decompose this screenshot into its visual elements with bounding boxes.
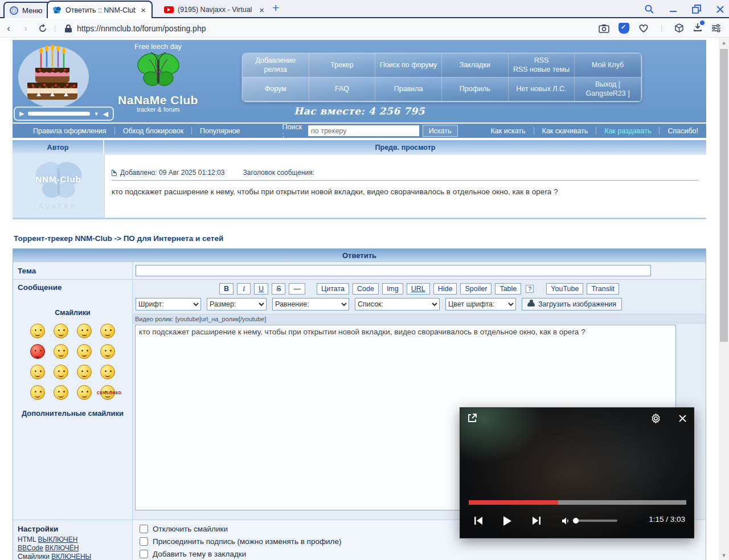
new-tab-button[interactable]: + xyxy=(272,1,279,15)
smiley-icon[interactable] xyxy=(100,344,115,359)
smiley-icon[interactable] xyxy=(30,385,45,400)
forward-icon[interactable]: › xyxy=(17,23,34,34)
nav-rules[interactable]: Правила xyxy=(375,77,442,101)
nav-forum[interactable]: Форум xyxy=(243,77,309,101)
font-select[interactable]: Шрифт: xyxy=(136,298,201,310)
topic-input[interactable] xyxy=(136,265,651,276)
italic-button[interactable]: I xyxy=(237,283,251,295)
help-button[interactable]: ? xyxy=(526,285,534,293)
bookmark-topic-checkbox[interactable] xyxy=(140,550,148,558)
lock-icon[interactable] xyxy=(64,24,72,33)
smiley-icon[interactable] xyxy=(77,365,92,379)
tab-youtube[interactable]: (9195) Navjaxx - Virtual Ma × xyxy=(162,2,268,17)
protect-shield-icon[interactable] xyxy=(619,23,629,34)
smiley-icon[interactable] xyxy=(77,385,92,400)
upload-images-button[interactable]: Загрузить изображения xyxy=(522,298,622,310)
more-smilies-link[interactable]: Дополнительные смайлики xyxy=(18,409,128,418)
bookmark-heart-icon[interactable] xyxy=(638,24,649,33)
link-thanks[interactable]: Спасибо! xyxy=(660,127,706,135)
breadcrumb[interactable]: Торрент-трекер NNM-Club -> ПО для Интерн… xyxy=(14,234,223,243)
hide-button[interactable]: Hide xyxy=(433,283,457,295)
next-track-icon[interactable] xyxy=(531,516,541,525)
bbcode-link[interactable]: BBCode xyxy=(18,544,43,552)
audio-dropdown-icon[interactable]: ▼ xyxy=(94,111,99,117)
smiley-icon[interactable] xyxy=(100,324,115,338)
back-icon[interactable]: ‹ xyxy=(0,23,17,34)
nav-tracker[interactable]: Трекер xyxy=(309,54,376,77)
nav-my-club[interactable]: Мой Клуб xyxy=(575,54,641,77)
smiley-icon[interactable] xyxy=(30,324,45,338)
browser-menu-button[interactable]: Меню xyxy=(3,2,51,18)
align-select[interactable]: Равнение: xyxy=(272,298,349,310)
volume-icon[interactable] xyxy=(562,517,571,525)
nav-add-release[interactable]: Добавление релиза xyxy=(243,54,309,77)
youtube-button[interactable]: YouTube xyxy=(546,283,583,295)
nav-forum-search[interactable]: Поиск по форуму xyxy=(375,54,442,77)
link-how-to-search[interactable]: Как искать xyxy=(483,127,534,135)
pip-video-player[interactable]: 1:15 / 3:03 xyxy=(460,407,694,538)
bold-button[interactable]: B xyxy=(219,283,234,295)
smiley-icon[interactable] xyxy=(100,365,115,379)
smiley-icon[interactable] xyxy=(54,365,68,379)
strike-button[interactable]: S xyxy=(272,283,285,295)
nav-logout[interactable]: Выход [ GangsteR23 ] xyxy=(575,77,641,101)
scrollbar-thumb[interactable] xyxy=(720,49,728,342)
scroll-up-icon[interactable]: ▲ xyxy=(719,38,729,47)
scroll-down-icon[interactable]: ▼ xyxy=(719,551,729,560)
smiley-icon[interactable] xyxy=(54,385,68,400)
smiley-icon[interactable] xyxy=(54,324,68,338)
img-button[interactable]: Img xyxy=(382,283,403,295)
bbcode-state-link[interactable]: ВКЛЮЧЁН xyxy=(45,544,79,552)
smiley-icon[interactable] xyxy=(30,365,45,379)
tab-close-icon[interactable]: × xyxy=(258,5,265,15)
close-window-icon[interactable] xyxy=(716,5,724,14)
translit-button[interactable]: Translit xyxy=(587,283,619,295)
close-player-icon[interactable] xyxy=(678,414,687,423)
angry-smiley-icon[interactable] xyxy=(30,344,45,359)
search-submit-button[interactable]: Искать xyxy=(423,125,458,137)
extensions-box-icon[interactable] xyxy=(674,23,684,33)
reload-icon[interactable] xyxy=(34,24,51,33)
page-scrollbar[interactable]: ▲ ▼ xyxy=(719,38,729,560)
font-color-select[interactable]: Цвет шрифта: xyxy=(445,298,516,310)
code-button[interactable]: Code xyxy=(353,283,379,295)
popout-icon[interactable] xyxy=(467,413,477,423)
disable-smilies-checkbox[interactable] xyxy=(140,525,148,533)
play-icon[interactable] xyxy=(503,516,511,526)
quote-button[interactable]: Цитата xyxy=(317,283,349,295)
tab-close-icon[interactable]: × xyxy=(140,5,147,15)
link-how-to-seed[interactable]: Как раздавать xyxy=(596,127,659,135)
downloads-icon[interactable] xyxy=(693,23,702,34)
search-icon[interactable] xyxy=(644,4,654,14)
table-button[interactable]: Table xyxy=(495,283,521,295)
smiley-icon[interactable] xyxy=(77,344,92,359)
smiley-icon[interactable] xyxy=(77,324,92,338)
size-select[interactable]: Размер: xyxy=(207,298,267,310)
previous-track-icon[interactable] xyxy=(474,516,484,525)
tab-nnm-club[interactable]: Ответить :: NNM-Club × xyxy=(47,1,153,18)
restore-window-icon[interactable] xyxy=(692,5,701,14)
censored-smiley-icon[interactable]: CENSORED xyxy=(100,385,115,400)
smilies-state-link[interactable]: ВКЛЮЧЕНЫ xyxy=(51,553,91,560)
link-popular[interactable]: Популярное xyxy=(192,127,248,135)
spoiler-button[interactable]: Spoiler xyxy=(460,283,492,295)
screenshot-camera-icon[interactable] xyxy=(599,24,609,33)
attach-signature-checkbox[interactable] xyxy=(140,537,148,546)
audio-play-icon[interactable]: ▶ xyxy=(19,110,24,117)
tracker-search-input[interactable] xyxy=(308,125,419,136)
volume-slider[interactable] xyxy=(576,520,617,522)
nav-bookmarks[interactable]: Закладки xyxy=(442,54,509,77)
hr-button[interactable]: — xyxy=(289,283,305,295)
minimize-icon[interactable] xyxy=(669,5,677,13)
underline-button[interactable]: U xyxy=(254,283,268,295)
link-how-to-download[interactable]: Как скачивать xyxy=(534,127,596,135)
nav-profile[interactable]: Профиль xyxy=(442,77,509,101)
player-settings-gear-icon[interactable] xyxy=(650,413,661,424)
html-state-link[interactable]: ВЫКЛЮЧЕН xyxy=(38,536,78,543)
nav-faq[interactable]: FAQ xyxy=(309,77,376,101)
link-formatting-rules[interactable]: Правила оформления xyxy=(25,127,114,135)
url-text[interactable]: https://nnmclub.to/forum/posting.php xyxy=(77,24,599,33)
audio-volume-icon[interactable]: ◀︎ xyxy=(103,110,108,118)
smiley-icon[interactable] xyxy=(54,344,68,359)
link-bypass-blocks[interactable]: Обход блокировок xyxy=(115,127,191,135)
